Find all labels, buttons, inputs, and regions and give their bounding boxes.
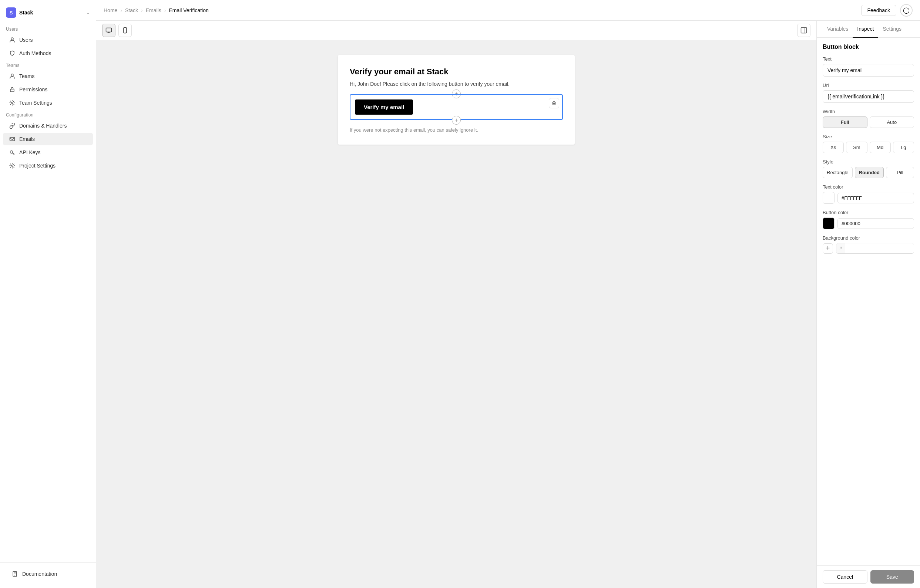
bg-color-input[interactable] bbox=[845, 243, 914, 253]
button-color-swatch[interactable] bbox=[823, 218, 834, 229]
width-auto-button[interactable]: Auto bbox=[870, 116, 914, 128]
key-icon bbox=[9, 149, 16, 156]
project-name: Stack bbox=[19, 10, 33, 16]
bg-color-row: + # bbox=[823, 243, 914, 254]
bg-color-group: Background color + # bbox=[823, 235, 914, 254]
topbar: Home › Stack › Emails › Email Verificati… bbox=[96, 0, 920, 21]
button-color-input[interactable] bbox=[837, 218, 914, 229]
breadcrumb-current: Email Verification bbox=[169, 7, 208, 13]
button-color-label: Button color bbox=[823, 210, 914, 215]
project-selector[interactable]: S Stack ⌄ bbox=[0, 5, 96, 24]
breadcrumb-emails[interactable]: Emails bbox=[146, 7, 161, 13]
user-avatar[interactable]: ◯ bbox=[900, 4, 913, 17]
canvas-toolbar-right bbox=[797, 24, 810, 37]
width-options: Full Auto bbox=[823, 116, 914, 128]
main-area: Home › Stack › Emails › Email Verificati… bbox=[96, 0, 920, 588]
sidebar-item-project-settings[interactable]: Project Settings bbox=[3, 159, 93, 172]
sidebar-item-team-settings[interactable]: Team Settings bbox=[3, 97, 93, 109]
sidebar-item-auth-methods-label: Auth Methods bbox=[19, 50, 51, 56]
width-field-group: Width Full Auto bbox=[823, 109, 914, 128]
bg-color-input-wrapper: # bbox=[836, 243, 914, 254]
section-users-label: Users bbox=[0, 24, 96, 33]
button-color-group: Button color bbox=[823, 210, 914, 229]
desktop-view-button[interactable] bbox=[102, 24, 115, 37]
svg-point-1 bbox=[11, 74, 13, 76]
style-rounded-button[interactable]: Rounded bbox=[855, 167, 884, 178]
button-color-row bbox=[823, 218, 914, 229]
save-button[interactable]: Save bbox=[870, 570, 914, 583]
style-pill-button[interactable]: Pill bbox=[886, 167, 914, 178]
svg-point-10 bbox=[125, 32, 125, 32]
sidebar: S Stack ⌄ Users Users Auth Methods Teams… bbox=[0, 0, 96, 588]
feedback-button[interactable]: Feedback bbox=[861, 5, 896, 16]
size-sm-button[interactable]: Sm bbox=[846, 142, 867, 153]
svg-rect-2 bbox=[10, 89, 14, 92]
style-rectangle-button[interactable]: Rectangle bbox=[823, 167, 853, 178]
breadcrumb-stack[interactable]: Stack bbox=[125, 7, 138, 13]
sidebar-item-emails-label: Emails bbox=[19, 136, 35, 142]
width-full-button[interactable]: Full bbox=[823, 116, 867, 128]
text-field-input[interactable] bbox=[823, 64, 914, 76]
sidebar-item-users[interactable]: Users bbox=[3, 34, 93, 46]
size-field-label: Size bbox=[823, 134, 914, 139]
hash-symbol: # bbox=[836, 243, 845, 253]
text-field-label: Text bbox=[823, 56, 914, 62]
mail-icon bbox=[9, 136, 16, 142]
mobile-view-button[interactable] bbox=[118, 24, 132, 37]
svg-rect-4 bbox=[10, 137, 15, 141]
add-block-below-button[interactable]: + bbox=[452, 116, 461, 124]
sidebar-item-teams[interactable]: Teams bbox=[3, 70, 93, 82]
email-canvas: Verify your email at Stack Hi, John Doe!… bbox=[96, 40, 816, 588]
sidebar-item-documentation[interactable]: Documentation bbox=[6, 568, 90, 580]
sidebar-item-permissions-label: Permissions bbox=[19, 87, 47, 92]
settings-icon-2 bbox=[9, 162, 16, 169]
sidebar-item-permissions[interactable]: Permissions bbox=[3, 83, 93, 96]
tab-settings[interactable]: Settings bbox=[878, 21, 906, 38]
sidebar-item-api-keys[interactable]: API Keys bbox=[3, 146, 93, 159]
sidebar-item-auth-methods[interactable]: Auth Methods bbox=[3, 47, 93, 60]
url-field-group: Url bbox=[823, 82, 914, 103]
sidebar-item-users-label: Users bbox=[19, 37, 33, 43]
text-color-group: Text color bbox=[823, 184, 914, 204]
section-configuration-label: Configuration bbox=[0, 110, 96, 119]
style-field-group: Style Rectangle Rounded Pill bbox=[823, 159, 914, 178]
shield-icon bbox=[9, 50, 16, 57]
content-area: Verify your email at Stack Hi, John Doe!… bbox=[96, 21, 920, 588]
bg-color-add-button[interactable]: + bbox=[823, 243, 833, 254]
canvas-wrapper: Verify your email at Stack Hi, John Doe!… bbox=[96, 21, 816, 588]
toggle-panel-button[interactable] bbox=[797, 24, 810, 37]
breadcrumb-sep-3: › bbox=[164, 7, 166, 13]
svg-rect-8 bbox=[106, 28, 112, 32]
button-block-container: + Verify my email + bbox=[350, 94, 563, 120]
size-field-group: Size Xs Sm Md Lg bbox=[823, 134, 914, 153]
text-color-row bbox=[823, 192, 914, 204]
breadcrumb-home[interactable]: Home bbox=[104, 7, 117, 13]
panel-tabs: Variables Inspect Settings bbox=[817, 21, 920, 38]
chevron-down-icon: ⌄ bbox=[86, 10, 90, 15]
sidebar-item-team-settings-label: Team Settings bbox=[19, 100, 52, 106]
email-body: Hi, John Doe! Please click on the follow… bbox=[350, 81, 563, 87]
tab-variables[interactable]: Variables bbox=[823, 21, 853, 38]
sidebar-item-emails[interactable]: Emails bbox=[3, 133, 93, 145]
text-field-group: Text bbox=[823, 56, 914, 76]
width-field-label: Width bbox=[823, 109, 914, 114]
sidebar-item-domains[interactable]: Domains & Handlers bbox=[3, 120, 93, 132]
project-avatar: S bbox=[6, 7, 16, 18]
cancel-button[interactable]: Cancel bbox=[823, 570, 867, 583]
sidebar-item-teams-label: Teams bbox=[19, 73, 34, 79]
size-lg-button[interactable]: Lg bbox=[893, 142, 914, 153]
text-color-input[interactable] bbox=[837, 193, 914, 204]
sidebar-item-project-settings-label: Project Settings bbox=[19, 163, 55, 169]
size-md-button[interactable]: Md bbox=[870, 142, 891, 153]
url-field-input[interactable] bbox=[823, 90, 914, 103]
tab-inspect[interactable]: Inspect bbox=[853, 21, 878, 38]
style-field-label: Style bbox=[823, 159, 914, 165]
panel-footer: Cancel Save bbox=[817, 565, 920, 588]
delete-block-button[interactable] bbox=[549, 98, 559, 108]
text-color-swatch[interactable] bbox=[823, 192, 834, 204]
section-teams-label: Teams bbox=[0, 60, 96, 69]
person-icon bbox=[9, 37, 16, 43]
verify-email-button[interactable]: Verify my email bbox=[355, 100, 413, 115]
sidebar-item-documentation-label: Documentation bbox=[22, 571, 57, 577]
size-xs-button[interactable]: Xs bbox=[823, 142, 844, 153]
